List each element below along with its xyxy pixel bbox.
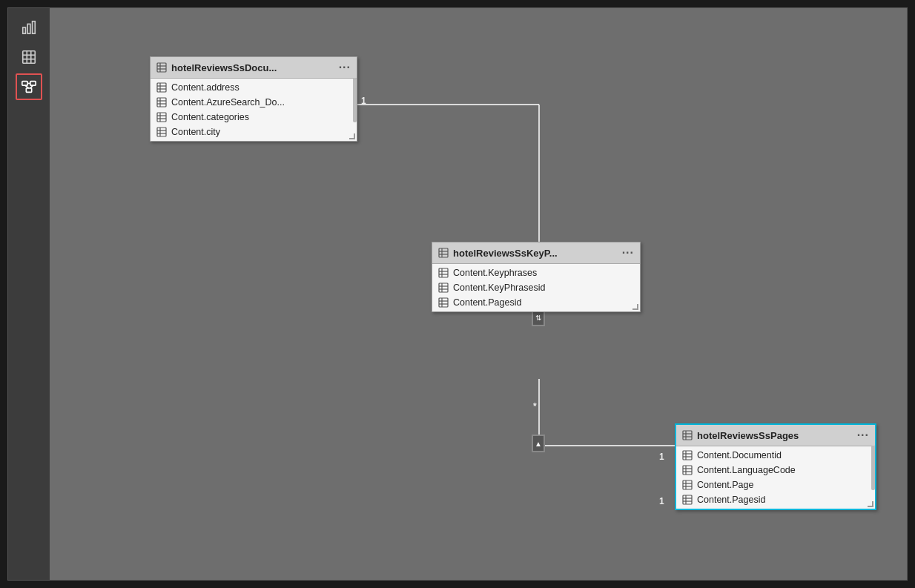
table-header-1: hotelReviewsSsDocu... ··· — [151, 57, 357, 79]
row-label: Content.KeyPhrasesid — [453, 283, 545, 293]
table-row[interactable]: Content.AzureSearch_Do... — [151, 95, 357, 110]
table-row[interactable]: Content.address — [151, 80, 357, 95]
table-row[interactable]: Content.Pagesid — [676, 492, 875, 507]
svg-rect-2 — [33, 22, 36, 34]
table-header-3: hotelReviewsSsPages ··· — [676, 425, 875, 446]
table-row[interactable]: Content.city — [151, 125, 357, 139]
row-label: Content.city — [171, 127, 220, 137]
table-hotelReviewsSsDocu[interactable]: hotelReviewsSsDocu... ··· Content.addres… — [150, 56, 357, 142]
row-label: Content.AzureSearch_Do... — [171, 97, 285, 108]
svg-rect-35 — [157, 128, 166, 136]
table-body-2: Content.Keyphrases Content.KeyPhrasesid … — [432, 264, 640, 311]
row-label: Content.Keyphrases — [453, 268, 537, 278]
row-label: Content.LanguageCode — [697, 465, 796, 475]
svg-rect-10 — [26, 88, 31, 93]
svg-rect-0 — [23, 27, 26, 33]
svg-rect-9 — [30, 82, 36, 86]
table-row[interactable]: Content.Page — [676, 478, 875, 492]
table-row[interactable]: Content.KeyPhrasesid — [432, 280, 640, 295]
table-menu-2[interactable]: ··· — [622, 246, 634, 260]
svg-rect-31 — [157, 113, 166, 122]
table-name-2: hotelReviewsSsKeyP... — [453, 248, 558, 259]
table-header-2: hotelReviewsSsKeyP... ··· — [432, 242, 640, 264]
table-hotelReviewsSsPages[interactable]: hotelReviewsSsPages ··· Content.Document… — [675, 423, 876, 510]
table-row[interactable]: Content.categories — [151, 110, 357, 125]
bar-chart-icon[interactable] — [16, 14, 42, 41]
resize-handle-2[interactable] — [632, 304, 640, 311]
table-body-3: Content.Documentid Content.LanguageCode … — [676, 446, 875, 509]
row-label: Content.Documentid — [697, 450, 782, 460]
connector-label-2b: 1 — [659, 496, 664, 506]
connector-label-1: 1 — [361, 96, 366, 106]
main-window: ⇅ ▲ 1 * 1 1 hotelReviewsSsDocu... ··· — [7, 7, 908, 581]
scrollbar-3[interactable] — [871, 446, 875, 490]
table-icon[interactable] — [16, 44, 42, 70]
scrollbar-1[interactable] — [353, 78, 357, 122]
table-row[interactable]: Content.LanguageCode — [676, 463, 875, 478]
table-menu-3[interactable]: ··· — [857, 429, 869, 442]
table-row[interactable]: Content.Documentid — [676, 448, 875, 463]
row-label: Content.categories — [171, 112, 249, 122]
row-label: Content.address — [171, 82, 240, 93]
svg-rect-27 — [157, 98, 166, 107]
row-label: Content.Page — [697, 480, 753, 490]
svg-rect-47 — [439, 283, 448, 292]
svg-rect-63 — [683, 466, 692, 475]
relationship-icon[interactable] — [16, 73, 42, 100]
svg-rect-67 — [683, 480, 692, 489]
table-body-1: Content.address Content.AzureSearch_Do..… — [151, 79, 357, 141]
row-label: Content.Pagesid — [697, 495, 765, 505]
svg-rect-23 — [157, 83, 166, 92]
connector-arrow-2[interactable]: ▲ — [532, 435, 545, 452]
svg-rect-8 — [22, 82, 27, 86]
svg-rect-43 — [439, 268, 448, 277]
table-name-1: hotelReviewsSsDocu... — [171, 62, 277, 73]
table-name-3: hotelReviewsSsPages — [697, 430, 799, 441]
table-hotelReviewsSsKeyP[interactable]: hotelReviewsSsKeyP... ··· Content.Keyphr… — [432, 242, 641, 312]
svg-rect-71 — [683, 495, 692, 504]
svg-rect-59 — [683, 451, 692, 460]
svg-rect-55 — [683, 431, 692, 440]
resize-handle-3[interactable] — [868, 501, 875, 509]
table-row[interactable]: Content.Keyphrases — [432, 265, 640, 280]
svg-rect-39 — [439, 248, 448, 257]
row-label: Content.Pagesid — [453, 297, 521, 308]
diagram-canvas[interactable]: ⇅ ▲ 1 * 1 1 hotelReviewsSsDocu... ··· — [50, 8, 907, 580]
sidebar — [8, 8, 50, 580]
connector-label-2a: 1 — [659, 452, 664, 462]
svg-rect-3 — [23, 51, 36, 64]
table-menu-1[interactable]: ··· — [339, 61, 351, 74]
resize-handle-1[interactable] — [349, 133, 357, 141]
table-row[interactable]: Content.Pagesid — [432, 295, 640, 310]
svg-rect-1 — [27, 24, 30, 33]
svg-rect-19 — [157, 63, 166, 72]
svg-rect-51 — [439, 298, 448, 307]
connector-label-star: * — [533, 401, 537, 412]
